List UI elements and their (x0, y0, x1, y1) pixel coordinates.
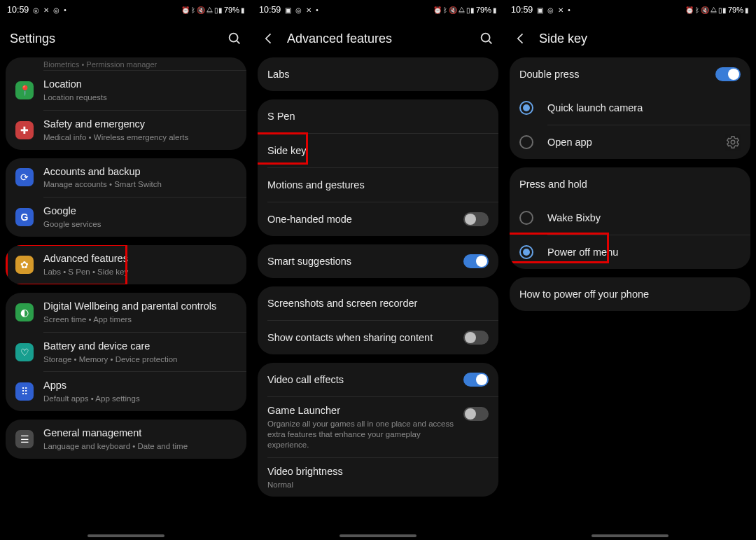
row-title: Smart suggestions (267, 255, 463, 268)
row-google[interactable]: G Google Google services (6, 198, 246, 237)
toggle-double-press[interactable] (715, 67, 741, 81)
clock: 10:59 (259, 5, 281, 15)
radio-icon[interactable] (519, 101, 533, 115)
row-location[interactable]: 📍 Location Location requests (6, 71, 246, 110)
row-title: Motions and gestures (267, 179, 489, 192)
search-icon[interactable] (227, 31, 242, 46)
row-how-to-power-off[interactable]: How to power off your phone (510, 277, 750, 311)
row-labs[interactable]: Labs (258, 57, 498, 91)
radio-icon[interactable] (519, 135, 533, 149)
svg-point-2 (482, 34, 490, 42)
row-motions[interactable]: Motions and gestures (258, 168, 498, 202)
toggle-video-call[interactable] (463, 373, 489, 387)
gallery-icon: ▣ (537, 6, 543, 14)
row-apps[interactable]: ⠿ Apps Default apps • App settings (6, 372, 246, 411)
row-press-hold: Press and hold (510, 167, 750, 201)
row-wellbeing[interactable]: ◐ Digital Wellbeing and parental control… (6, 293, 246, 332)
location-icon: 📍 (15, 81, 34, 99)
back-icon[interactable] (514, 32, 528, 46)
wellbeing-icon: ◐ (15, 303, 34, 321)
radio-power-off-menu[interactable]: Power off menu (510, 235, 750, 269)
radio-label: Wake Bixby (547, 212, 741, 225)
row-title: Location (43, 78, 237, 91)
row-smart-suggestions[interactable]: Smart suggestions (258, 244, 498, 278)
instagram-icon: ◎ (295, 6, 302, 14)
row-title: Advanced features (43, 252, 237, 265)
battery-care-icon: ♡ (15, 343, 34, 361)
row-sub: Storage • Memory • Device protection (43, 354, 237, 365)
instagram-icon: ◎ (33, 6, 39, 14)
card-spen-group: S Pen Side key Motions and gestures One-… (258, 99, 498, 236)
row-title: Game Launcher (267, 404, 463, 417)
row-title: Battery and device care (43, 340, 237, 353)
row-spen[interactable]: S Pen (258, 99, 498, 133)
card-location-safety: Biometrics • Permission manager 📍 Locati… (6, 57, 246, 150)
screen-advanced-features: 10:59 ▣ ◎ ✕ • ⏰ ᛒ 🔇 ⧋ ▯▮ 79% ▮ Advanced … (252, 0, 504, 540)
nav-handle[interactable] (88, 534, 164, 537)
row-sub: Normal (267, 480, 489, 490)
bluetooth-icon: ᛒ (695, 6, 699, 14)
bluetooth-icon: ᛒ (443, 6, 447, 14)
page-title: Side key (539, 32, 746, 46)
row-title: Apps (43, 379, 237, 392)
accounts-icon: ⟳ (15, 168, 34, 186)
toggle-game-launcher[interactable] (463, 407, 489, 421)
wifi-icon: ⧋ (206, 6, 213, 14)
radio-icon[interactable] (519, 245, 533, 259)
toggle-one-handed[interactable] (463, 212, 489, 226)
row-title: How to power off your phone (519, 288, 741, 301)
battery-icon: ▮ (745, 6, 749, 14)
row-title: Side key (267, 144, 489, 158)
search-icon[interactable] (479, 31, 494, 46)
row-advanced-features[interactable]: ✿ Advanced features Labs • S Pen • Side … (6, 245, 246, 284)
card-accounts-google: ⟳ Accounts and backup Manage accounts • … (6, 158, 246, 237)
row-sub: Screen time • App timers (43, 314, 237, 325)
radio-quick-launch-camera[interactable]: Quick launch camera (510, 91, 750, 125)
battery-percent: 79% (224, 6, 239, 14)
wifi-icon: ⧋ (710, 6, 717, 14)
row-general-management[interactable]: ☰ General management Language and keyboa… (6, 420, 246, 459)
radio-label: Power off menu (547, 246, 741, 259)
row-title: S Pen (267, 110, 489, 123)
nav-handle[interactable] (340, 534, 416, 537)
row-show-contacts[interactable]: Show contacts when sharing content (258, 321, 498, 354)
radio-icon[interactable] (519, 211, 533, 225)
row-screenshots[interactable]: Screenshots and screen recorder (258, 286, 498, 320)
gear-icon[interactable] (725, 134, 741, 150)
row-game-launcher[interactable]: Game Launcher Organize all your games al… (258, 397, 498, 457)
radio-open-app[interactable]: Open app (510, 125, 750, 159)
back-icon[interactable] (262, 32, 276, 46)
row-title: Video brightness (267, 465, 489, 478)
row-safety[interactable]: ✚ Safety and emergency Medical info • Wi… (6, 111, 246, 150)
row-title: Safety and emergency (43, 118, 237, 131)
row-accounts[interactable]: ⟳ Accounts and backup Manage accounts • … (6, 158, 246, 198)
status-bar: 10:59 ▣ ◎ ✕ • ⏰ ᛒ 🔇 ⧋ ▯▮ 79% ▮ (252, 0, 504, 20)
safety-icon: ✚ (15, 121, 34, 139)
radio-label: Open app (547, 136, 725, 149)
apps-icon: ⠿ (15, 382, 34, 401)
row-one-handed[interactable]: One-handed mode (258, 202, 498, 236)
battery-icon: ▮ (241, 6, 245, 14)
toggle-show-contacts[interactable] (463, 331, 489, 345)
row-battery[interactable]: ♡ Battery and device care Storage • Memo… (6, 333, 246, 372)
dot-icon: • (316, 6, 318, 14)
card-labs: Labs (258, 57, 498, 91)
row-double-press[interactable]: Double press (510, 57, 750, 91)
card-advanced-features: ✿ Advanced features Labs • S Pen • Side … (6, 245, 246, 284)
row-sub: Language and keyboard • Date and time (43, 441, 237, 452)
nav-handle[interactable] (592, 534, 668, 537)
dot-icon: • (568, 6, 570, 14)
radio-wake-bixby[interactable]: Wake Bixby (510, 201, 750, 235)
row-video-brightness[interactable]: Video brightness Normal (258, 458, 498, 497)
svg-line-1 (237, 41, 239, 43)
alarm-icon: ⏰ (433, 6, 442, 14)
row-side-key[interactable]: Side key (258, 134, 498, 167)
toggle-smart-suggestions[interactable] (463, 254, 489, 268)
svg-line-3 (489, 41, 491, 43)
row-title: General management (43, 427, 237, 440)
truncated-row: Biometrics • Permission manager (6, 60, 246, 70)
row-sub: Labs • S Pen • Side key (43, 267, 237, 277)
row-sub: Medical info • Wireless emergency alerts (43, 132, 237, 143)
row-video-call[interactable]: Video call effects (258, 363, 498, 396)
header: Side key (504, 20, 756, 57)
